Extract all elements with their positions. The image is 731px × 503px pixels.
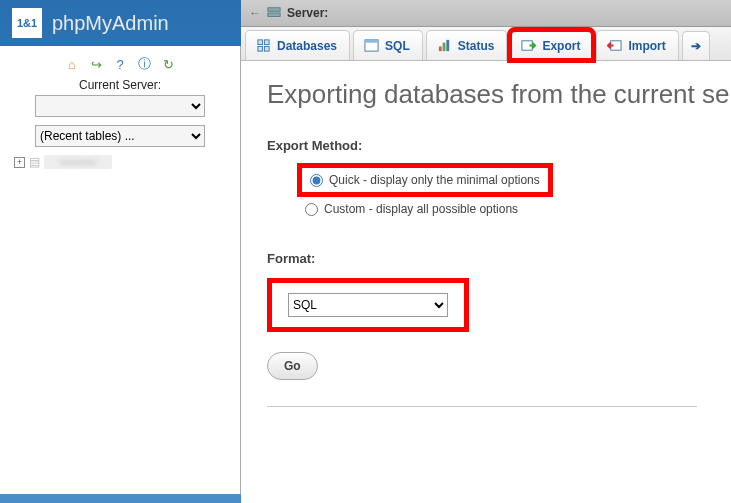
tab-more[interactable]: ➔ (682, 31, 710, 60)
sidebar: 1&1 phpMyAdmin ⌂ ↪ ? ⓘ ↻ Current Server:… (0, 0, 241, 503)
svg-rect-4 (258, 46, 263, 51)
svg-rect-10 (446, 40, 449, 51)
tab-sql-label: SQL (385, 39, 410, 53)
sidebar-body: ⌂ ↪ ? ⓘ ↻ Current Server: (Recent tables… (0, 46, 241, 494)
current-server-label: Current Server: (0, 78, 240, 92)
tab-export[interactable]: Export (510, 30, 593, 60)
svg-rect-8 (439, 46, 442, 51)
radio-quick-label: Quick - display only the minimal options (329, 173, 540, 187)
go-button[interactable]: Go (267, 352, 318, 380)
sidebar-icon-row: ⌂ ↪ ? ⓘ ↻ (0, 56, 240, 72)
tab-import[interactable]: Import (596, 30, 678, 60)
tab-status-label: Status (458, 39, 495, 53)
db-tree: + ▤ ——— (0, 155, 240, 169)
help-icon[interactable]: ? (112, 56, 128, 72)
home-icon[interactable]: ⌂ (64, 56, 80, 72)
radio-custom[interactable] (305, 203, 318, 216)
radio-custom-row[interactable]: Custom - display all possible options (297, 197, 731, 221)
server-bar: ← Server: (241, 0, 731, 27)
brand-logo: 1&1 (12, 8, 42, 38)
format-label: Format: (267, 251, 731, 266)
tab-databases-label: Databases (277, 39, 337, 53)
import-icon (607, 38, 622, 53)
tab-status[interactable]: Status (426, 30, 508, 60)
svg-rect-1 (268, 13, 280, 17)
chevron-left-icon[interactable]: ← (249, 6, 261, 20)
export-method-label: Export Method: (267, 138, 731, 153)
content: Exporting databases from the current ser… (241, 61, 731, 407)
server-label: Server: (287, 6, 328, 20)
format-highlight: SQL (267, 278, 469, 332)
svg-rect-7 (365, 40, 378, 43)
db-tree-item[interactable]: ——— (44, 155, 112, 169)
svg-rect-9 (442, 43, 445, 51)
server-icon (267, 6, 281, 20)
tab-export-label: Export (542, 39, 580, 53)
status-icon (437, 38, 452, 53)
sidebar-header: 1&1 phpMyAdmin (0, 0, 241, 46)
svg-rect-2 (258, 40, 263, 45)
databases-icon (256, 38, 271, 53)
server-select[interactable] (35, 95, 205, 117)
expand-icon[interactable]: + (14, 157, 25, 168)
export-icon (521, 38, 536, 53)
svg-rect-5 (264, 46, 269, 51)
radio-custom-label: Custom - display all possible options (324, 202, 518, 216)
svg-rect-0 (268, 8, 280, 12)
radio-quick-row[interactable]: Quick - display only the minimal options (302, 168, 548, 192)
recent-tables-select[interactable]: (Recent tables) ... (35, 125, 205, 147)
tab-databases[interactable]: Databases (245, 30, 350, 60)
docs-icon[interactable]: ⓘ (136, 56, 152, 72)
sql-icon (364, 38, 379, 53)
divider (267, 406, 697, 407)
svg-rect-3 (264, 40, 269, 45)
main: ← Server: Databases SQL Status Export Im… (241, 0, 731, 503)
reload-icon[interactable]: ↻ (160, 56, 176, 72)
tab-sql[interactable]: SQL (353, 30, 423, 60)
arrow-right-icon: ➔ (691, 39, 701, 53)
database-icon: ▤ (29, 155, 40, 169)
format-select[interactable]: SQL (288, 293, 448, 317)
tab-bar: Databases SQL Status Export Import ➔ (241, 27, 731, 61)
brand-title: phpMyAdmin (52, 12, 169, 35)
radio-quick[interactable] (310, 174, 323, 187)
tab-import-label: Import (628, 39, 665, 53)
export-method-group: Quick - display only the minimal options… (297, 163, 731, 221)
logout-icon[interactable]: ↪ (88, 56, 104, 72)
page-title: Exporting databases from the current ser… (267, 79, 731, 110)
